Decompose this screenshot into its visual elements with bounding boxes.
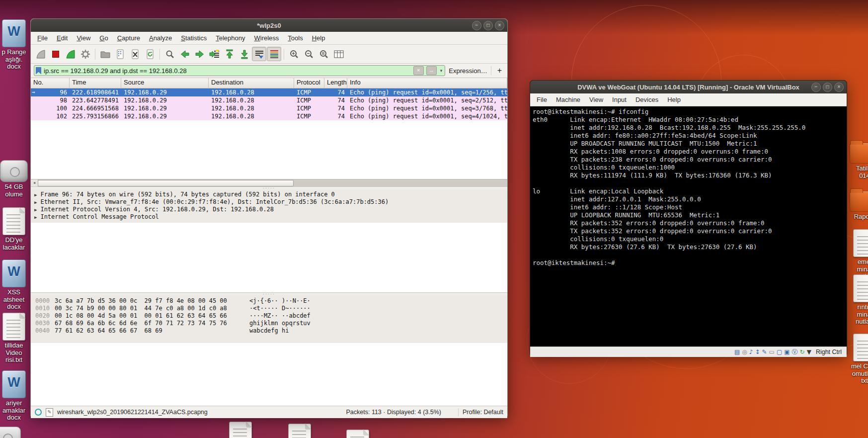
menu-item[interactable]: Tools <box>283 33 307 43</box>
restart-capture-icon[interactable] <box>63 47 78 61</box>
menu-item[interactable]: Devices <box>631 94 663 105</box>
menu-item[interactable]: Statistics <box>176 33 211 43</box>
column-length[interactable]: Length <box>324 78 347 88</box>
colorize-icon[interactable] <box>267 47 281 61</box>
find-packet-icon[interactable] <box>162 47 177 61</box>
first-packet-icon[interactable] <box>222 47 237 61</box>
close-button[interactable]: × <box>495 21 504 30</box>
stop-capture-icon[interactable] <box>48 47 63 61</box>
menu-item[interactable]: View <box>585 94 608 105</box>
toolbar-separator <box>284 49 284 60</box>
menu-item[interactable]: Go <box>95 33 112 43</box>
menu-item[interactable]: Wireless <box>250 33 284 43</box>
hex-row[interactable]: 0040 77 61 62 63 64 65 66 67 68 69 wabcd… <box>31 327 507 335</box>
profile-label[interactable]: Profile: Default <box>463 409 503 416</box>
hex-row[interactable]: 0020 00 1c 08 00 4d 5a 00 01 00 01 61 62… <box>31 312 507 320</box>
desktop-icon[interactable] <box>346 430 369 438</box>
expression-button[interactable]: Expression… <box>449 67 487 75</box>
apply-filter-icon[interactable]: → <box>426 66 437 75</box>
start-capture-icon[interactable] <box>33 47 48 61</box>
packet-row[interactable]: 100 224.666951568 192.168.0.29 192.168.0… <box>31 104 507 112</box>
menu-item[interactable]: Edit <box>52 33 72 43</box>
column-source[interactable]: Source <box>121 78 209 88</box>
bookmark-icon[interactable] <box>36 67 41 75</box>
horizontal-scrollbar[interactable]: ◂ <box>31 179 507 186</box>
detail-row[interactable]: Frame 96: 74 bytes on wire (592 bits), 7… <box>31 191 507 198</box>
menu-item[interactable]: Help <box>663 94 685 105</box>
zoom-in-icon[interactable] <box>287 47 301 61</box>
scroll-left-icon[interactable]: ◂ <box>31 179 38 186</box>
packet-destination: 192.168.0.28 <box>209 96 294 104</box>
maximize-button[interactable]: □ <box>823 83 832 92</box>
desktop: p Range aşlığı. docx 54 GB olume DD'ye l… <box>0 0 868 438</box>
hard-disks-icon[interactable]: ▤ <box>734 348 740 356</box>
capture-options-icon[interactable] <box>78 47 92 61</box>
terminal-line <box>533 179 847 187</box>
menu-item[interactable]: Help <box>308 33 330 43</box>
menu-item[interactable]: Machine <box>552 94 585 105</box>
add-filter-button[interactable]: + <box>495 66 504 75</box>
guest-terminal[interactable]: root@iktestmakinesi:~# ifconfigeth0 Link… <box>530 106 847 347</box>
detail-row[interactable]: Internet Control Message Protocol <box>31 213 507 221</box>
menu-item[interactable]: File <box>532 94 552 105</box>
menu-item[interactable]: Capture <box>113 33 145 43</box>
detail-row[interactable]: Ethernet II, Src: Vmware_f7:f8:4e (00:0c… <box>31 198 507 206</box>
packet-row[interactable]: 102 225.793156866 192.168.0.29 192.168.0… <box>31 112 507 120</box>
keyboard-icon[interactable]: ▼ <box>807 348 811 356</box>
usb-icon[interactable]: ✎ <box>762 348 767 356</box>
column-time[interactable]: Time <box>70 78 121 88</box>
packet-row[interactable]: 98 223.642778491 192.168.0.29 192.168.0.… <box>31 96 507 104</box>
reload-file-icon[interactable] <box>143 47 157 61</box>
auto-scroll-icon[interactable] <box>252 47 266 61</box>
display-icon[interactable]: ▢ <box>777 348 782 356</box>
optical-drives-icon[interactable]: ◎ <box>742 348 747 356</box>
menu-item[interactable]: Analyze <box>145 33 176 43</box>
display-filter-input[interactable]: ip.src == 192.168.0.29 and ip.dst == 192… <box>34 65 445 76</box>
column-destination[interactable]: Destination <box>209 78 294 88</box>
minimize-button[interactable]: − <box>472 21 481 30</box>
mouse-integration-icon[interactable]: ↻ <box>800 348 805 356</box>
packet-row[interactable]: 96 222.618908641 192.168.0.29 192.168.0.… <box>31 88 507 96</box>
clear-filter-icon[interactable]: × <box>413 66 424 75</box>
network-icon[interactable]: ↕ <box>755 348 760 356</box>
capture-comment-icon[interactable]: ✎ <box>46 408 53 417</box>
menu-item[interactable]: Input <box>608 94 631 105</box>
virtualbox-titlebar[interactable]: DVWA ve WebGoat (Ubuntu 14.04 LTS) [Runn… <box>530 81 847 93</box>
open-file-icon[interactable] <box>98 47 112 61</box>
desktop-icon[interactable] <box>0 427 21 438</box>
desktop-icon[interactable] <box>288 424 311 438</box>
minimize-button[interactable]: − <box>811 83 821 92</box>
shared-folders-icon[interactable]: ▭ <box>769 348 775 356</box>
capture-file-properties-icon[interactable] <box>35 409 42 416</box>
hex-row[interactable]: 0010 00 3c 74 b9 00 00 80 01 44 7e c0 a8… <box>31 305 507 312</box>
menu-item[interactable]: Telephony <box>211 33 249 43</box>
go-back-icon[interactable] <box>177 47 192 61</box>
terminal-line: collisions:0 txqueuelen:1000 <box>533 164 847 172</box>
wireshark-titlebar[interactable]: *wlp2s0 − □ × <box>31 19 507 32</box>
zoom-out-icon[interactable] <box>302 47 316 61</box>
menu-item[interactable]: View <box>72 33 95 43</box>
features-chip-icon[interactable]: Ⓥ <box>792 348 798 356</box>
desktop-icon[interactable] <box>229 422 252 438</box>
video-capture-icon[interactable]: ▣ <box>784 348 789 356</box>
zoom-reset-icon[interactable] <box>316 47 331 61</box>
column-info[interactable]: Info <box>347 78 507 88</box>
close-button[interactable]: × <box>834 83 844 92</box>
terminal-line: inet addr:192.168.0.28 Bcast:192.168.0.2… <box>533 124 847 132</box>
filter-dropdown-icon[interactable]: ▾ <box>439 68 444 73</box>
audio-icon[interactable]: ♪ <box>749 348 753 356</box>
go-forward-icon[interactable] <box>192 47 207 61</box>
resize-columns-icon[interactable] <box>331 47 346 61</box>
column-no[interactable]: No. <box>31 78 70 88</box>
hex-row[interactable]: 0000 3c 6a a7 7b d5 36 00 0c 29 f7 f8 4e… <box>31 297 507 305</box>
scrollbar-thumb[interactable] <box>38 180 294 186</box>
save-file-icon[interactable] <box>113 47 127 61</box>
column-protocol[interactable]: Protocol <box>294 78 324 88</box>
go-to-packet-icon[interactable] <box>207 47 222 61</box>
menu-item[interactable]: File <box>33 33 52 43</box>
close-file-icon[interactable] <box>128 47 142 61</box>
hex-row[interactable]: 0030 67 68 69 6a 6b 6c 6d 6e 6f 70 71 72… <box>31 320 507 327</box>
last-packet-icon[interactable] <box>237 47 251 61</box>
detail-row[interactable]: Internet Protocol Version 4, Src: 192.16… <box>31 206 507 213</box>
maximize-button[interactable]: □ <box>483 21 493 30</box>
